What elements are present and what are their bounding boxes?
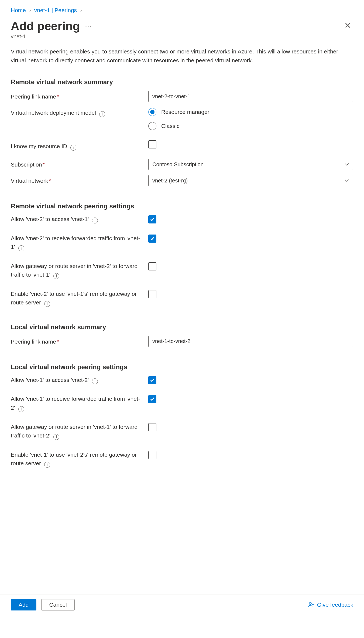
local-link-name-input[interactable] [148,336,353,347]
page-title: Add peering [11,19,80,33]
virtual-network-value: vnet-2 (test-rg) [152,178,188,184]
radio-classic[interactable]: Classic [148,122,353,130]
breadcrumb: Home › vnet-1 | Peerings › [11,5,353,17]
virtual-network-label: Virtual network* [11,175,148,185]
info-icon[interactable]: i [18,245,24,251]
radio-unselected-icon [148,122,156,130]
info-icon[interactable]: i [53,273,59,279]
feedback-icon [308,602,314,608]
remote-allow-access-checkbox[interactable] [148,215,156,223]
local-allow-gateway-label: Allow gateway or route server in 'vnet-1… [11,423,148,440]
cancel-button[interactable]: Cancel [41,599,74,610]
local-allow-access-checkbox[interactable] [148,376,156,384]
local-enable-gw-label: Enable 'vnet-1' to use 'vnet-2's' remote… [11,450,148,468]
remote-enable-gw-label: Enable 'vnet-2' to use 'vnet-1's' remote… [11,290,148,307]
info-icon[interactable]: i [99,111,105,117]
info-icon[interactable]: i [92,218,98,223]
radio-rm-label: Resource manager [161,109,210,115]
remote-link-name-label: Peering link name* [11,91,148,101]
svg-point-0 [309,602,311,605]
subscription-select[interactable]: Contoso Subscription [148,159,353,170]
footer-bar: Add Cancel Give feedback [0,595,364,615]
breadcrumb-vnet-peerings[interactable]: vnet-1 | Peerings [34,7,77,13]
local-enable-gw-checkbox[interactable] [148,451,156,459]
remote-allow-gateway-label: Allow gateway or route server in 'vnet-2… [11,262,148,279]
local-link-name-label: Peering link name* [11,336,148,346]
info-icon[interactable]: i [18,406,24,412]
info-icon[interactable]: i [44,462,50,468]
section-remote-peering: Remote virtual network peering settings [11,202,353,210]
chevron-right-icon: › [29,7,31,13]
checkmark-icon [150,236,155,241]
info-icon[interactable]: i [70,145,76,151]
radio-resource-manager[interactable]: Resource manager [148,108,353,116]
checkmark-icon [150,217,155,222]
remote-allow-fwd-label: Allow 'vnet-2' to receive forwarded traf… [11,234,148,252]
remote-allow-fwd-checkbox[interactable] [148,235,156,243]
radio-classic-label: Classic [161,123,180,129]
section-remote-summary: Remote virtual network summary [11,78,353,86]
intro-text: Virtual network peering enables you to s… [11,47,345,65]
local-allow-gateway-checkbox[interactable] [148,423,156,431]
info-icon[interactable]: i [44,301,50,307]
radio-selected-icon [148,108,156,116]
deployment-model-label: Virtual network deployment model i [11,107,148,117]
chevron-down-icon [344,178,349,183]
subscription-label: Subscription* [11,159,148,169]
remote-enable-gw-checkbox[interactable] [148,290,156,298]
info-icon[interactable]: i [53,434,59,440]
section-local-peering: Local virtual network peering settings [11,363,353,371]
chevron-down-icon [344,162,349,167]
close-icon[interactable]: ✕ [342,21,353,30]
local-allow-fwd-label: Allow 'vnet-1' to receive forwarded traf… [11,395,148,412]
know-resource-id-label: I know my resource ID i [11,140,148,151]
chevron-right-icon: › [80,7,82,13]
local-allow-fwd-checkbox[interactable] [148,395,156,403]
more-actions-button[interactable]: ⋯ [85,23,92,30]
remote-allow-gateway-checkbox[interactable] [148,262,156,270]
section-local-summary: Local virtual network summary [11,323,353,331]
remote-link-name-input[interactable] [148,91,353,102]
local-allow-access-label: Allow 'vnet-1' to access 'vnet-2' i [11,376,148,385]
breadcrumb-home[interactable]: Home [11,7,26,13]
remote-allow-access-label: Allow 'vnet-2' to access 'vnet-1' i [11,215,148,224]
give-feedback-label: Give feedback [317,602,353,608]
add-button[interactable]: Add [11,599,36,610]
subscription-value: Contoso Subscription [152,161,204,168]
page-subtitle: vnet-1 [11,33,353,40]
checkmark-icon [150,396,155,402]
checkmark-icon [150,378,155,383]
give-feedback-link[interactable]: Give feedback [308,602,353,608]
virtual-network-select[interactable]: vnet-2 (test-rg) [148,175,353,186]
know-resource-id-checkbox[interactable] [148,140,156,148]
info-icon[interactable]: i [92,378,98,384]
